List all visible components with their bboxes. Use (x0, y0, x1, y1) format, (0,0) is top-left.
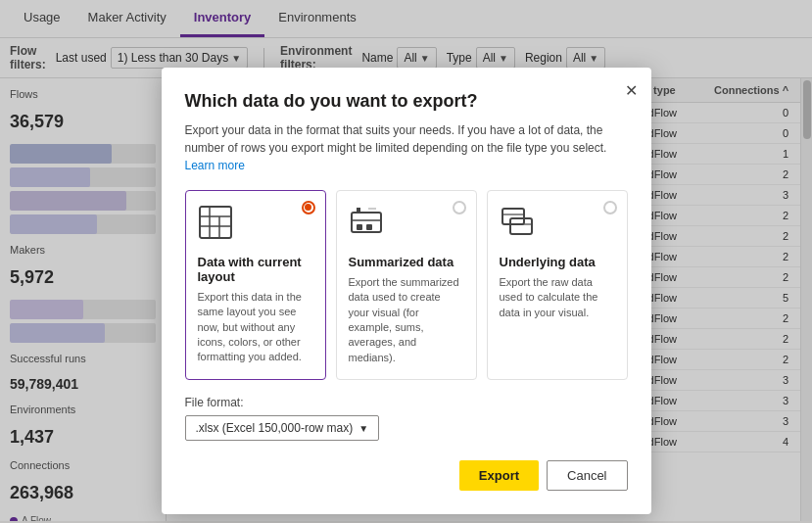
cancel-button[interactable]: Cancel (547, 460, 627, 491)
file-format-value: .xlsx (Excel 150,000-row max) (196, 421, 354, 435)
export-button[interactable]: Export (459, 460, 539, 491)
modal-description: Export your data in the format that suit… (185, 121, 628, 174)
learn-more-link[interactable]: Learn more (185, 159, 245, 172)
svg-rect-0 (200, 207, 231, 238)
radio-summarized (453, 201, 466, 214)
option-summarized[interactable]: Summarized data Export the summarized da… (336, 190, 477, 380)
table-icon (198, 205, 313, 247)
svg-rect-11 (502, 209, 524, 224)
svg-rect-12 (510, 218, 532, 234)
underlying-icon (500, 205, 615, 247)
option-desc-summarized: Export the summarized data used to creat… (349, 275, 464, 365)
export-modal: ✕ Which data do you want to export? Expo… (162, 68, 651, 514)
modal-close-button[interactable]: ✕ (625, 81, 638, 100)
svg-rect-9 (357, 208, 360, 212)
option-desc-current-layout: Export this data in the same layout you … (198, 290, 313, 365)
svg-rect-7 (357, 224, 362, 230)
modal-footer: Export Cancel (185, 460, 628, 491)
export-options: Data with current layout Export this dat… (185, 190, 628, 380)
chevron-down-icon: ▼ (358, 423, 368, 434)
svg-rect-10 (368, 208, 376, 210)
modal-overlay: ✕ Which data do you want to export? Expo… (0, 0, 812, 523)
radio-underlying (603, 201, 617, 214)
option-underlying[interactable]: Underlying data Export the raw data used… (487, 190, 628, 380)
radio-current-layout (302, 201, 315, 214)
option-desc-underlying: Export the raw data used to calculate th… (500, 275, 615, 320)
modal-title: Which data do you want to export? (185, 91, 628, 112)
option-title-current-layout: Data with current layout (198, 255, 313, 284)
summarized-icon (349, 205, 464, 247)
option-current-layout[interactable]: Data with current layout Export this dat… (185, 190, 326, 380)
option-title-underlying: Underlying data (500, 255, 615, 269)
option-title-summarized: Summarized data (349, 255, 464, 269)
file-format-label: File format: (185, 396, 628, 409)
svg-rect-8 (366, 224, 372, 230)
file-format-dropdown[interactable]: .xlsx (Excel 150,000-row max) ▼ (185, 415, 380, 441)
